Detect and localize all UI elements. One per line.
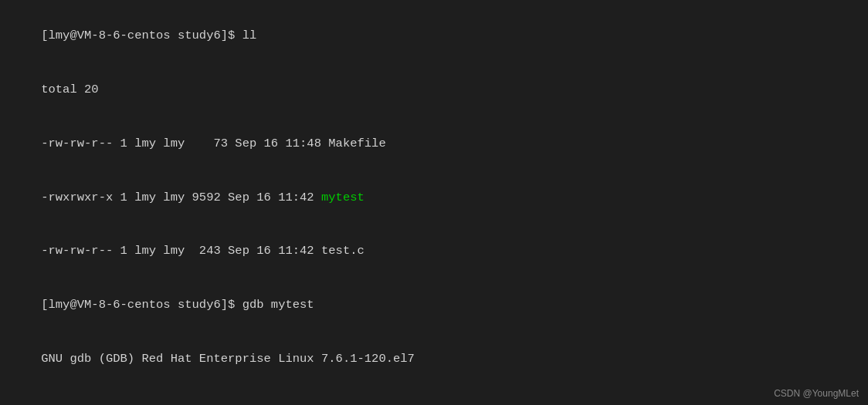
terminal-line-7: GNU gdb (GDB) Red Hat Enterprise Linux 7… — [12, 332, 856, 386]
terminal-line-1: [lmy@VM-8-6-centos study6]$ ll — [12, 9, 856, 63]
line7-text: GNU gdb (GDB) Red Hat Enterprise Linux 7… — [41, 352, 415, 366]
line5-text: -rw-rw-r-- 1 lmy lmy 243 Sep 16 11:42 te… — [41, 244, 364, 258]
terminal-line-8: Copyright (C) 2013 Free Software Foundat… — [12, 386, 856, 405]
line4-pre: -rwxrwxr-x 1 lmy lmy 9592 Sep 16 11:42 — [41, 191, 321, 204]
line6-text: [lmy@VM-8-6-centos study6]$ gdb mytest — [41, 298, 314, 312]
line2-text: total 20 — [41, 83, 98, 96]
terminal-line-6: [lmy@VM-8-6-centos study6]$ gdb mytest — [12, 278, 856, 332]
terminal-line-5: -rw-rw-r-- 1 lmy lmy 243 Sep 16 11:42 te… — [12, 224, 856, 278]
terminal-window: [lmy@VM-8-6-centos study6]$ ll total 20 … — [0, 0, 868, 405]
line3-text: -rw-rw-r-- 1 lmy lmy 73 Sep 16 11:48 Mak… — [41, 137, 385, 150]
terminal-line-2: total 20 — [12, 63, 856, 117]
watermark: CSDN @YoungMLet — [774, 388, 859, 399]
terminal-line-3: -rw-rw-r-- 1 lmy lmy 73 Sep 16 11:48 Mak… — [12, 117, 856, 171]
terminal-line-4: -rwxrwxr-x 1 lmy lmy 9592 Sep 16 11:42 m… — [12, 170, 856, 224]
line4-mytest: mytest — [321, 191, 364, 204]
line1-text: [lmy@VM-8-6-centos study6]$ ll — [41, 29, 256, 42]
watermark-text: CSDN @YoungMLet — [774, 388, 859, 399]
